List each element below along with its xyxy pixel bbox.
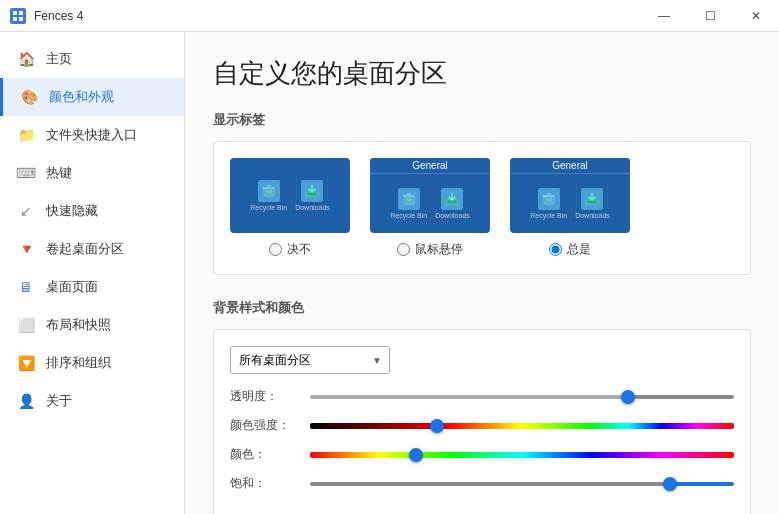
mini-icon-recycle-hover: Recycle Bin	[390, 188, 427, 219]
sidebar-label-roll-up: 卷起桌面分区	[46, 240, 124, 258]
card-option-never: Recycle Bin Downloads 决不	[230, 158, 350, 258]
sort-icon: 🔽	[16, 353, 36, 373]
desktop-icon: 🖥	[16, 277, 36, 297]
maximize-button[interactable]: ☐	[687, 0, 733, 32]
mini-icon-recycle-always: Recycle Bin	[530, 188, 567, 219]
saturation-track[interactable]	[310, 482, 734, 486]
saturation-slider-row: 饱和：	[230, 475, 734, 492]
sidebar-item-desktop-pages[interactable]: 🖥 桌面页面	[0, 268, 184, 306]
about-icon: 👤	[16, 391, 36, 411]
sidebar-label-appearance: 颜色和外观	[49, 88, 114, 106]
radio-never-label[interactable]: 决不	[269, 241, 311, 258]
color-label: 颜色：	[230, 446, 310, 463]
card-preview-always: General Recycle Bin	[510, 158, 630, 233]
card-icons-hover: Recycle Bin Downloads	[370, 174, 490, 233]
radio-always[interactable]	[549, 243, 562, 256]
card-icons-always: Recycle Bin Downloads	[510, 174, 630, 233]
transparency-track[interactable]	[310, 395, 734, 399]
display-label-section-heading: 显示标签	[213, 111, 751, 129]
fence-select[interactable]: 所有桌面分区 桌面1 桌面2	[230, 346, 390, 374]
hide-icon: ↙	[16, 201, 36, 221]
sidebar-label-quick-hide: 快速隐藏	[46, 202, 98, 220]
layout-icon: ⬜	[16, 315, 36, 335]
sidebar: 🏠 主页 🎨 颜色和外观 📁 文件夹快捷入口 ⌨ 热键 ↙ 快速隐藏 🔻 卷起桌…	[0, 32, 185, 514]
titlebar: Fences 4 — ☐ ✕	[0, 0, 779, 32]
card-preview-hover: General Recycle Bin	[370, 158, 490, 233]
saturation-label: 饱和：	[230, 475, 310, 492]
card-preview-never: Recycle Bin Downloads	[230, 158, 350, 233]
page-title: 自定义您的桌面分区	[213, 56, 751, 91]
transparency-thumb[interactable]	[621, 390, 635, 404]
bg-section-container: 所有桌面分区 桌面1 桌面2 ▼ 透明度： 颜色强	[213, 329, 751, 514]
radio-hover-label[interactable]: 鼠标悬停	[397, 241, 463, 258]
mini-icon-downloads-hover: Downloads	[435, 188, 470, 219]
radio-never-text: 决不	[287, 241, 311, 258]
downloads-label-always: Downloads	[575, 212, 610, 219]
downloads-label-hover: Downloads	[435, 212, 470, 219]
color-intensity-track[interactable]	[310, 423, 734, 429]
keyboard-icon: ⌨	[16, 163, 36, 183]
recycle-bin-icon-hover	[398, 188, 420, 210]
card-label-bar-always: General	[510, 158, 630, 174]
radio-never[interactable]	[269, 243, 282, 256]
radio-hover[interactable]	[397, 243, 410, 256]
color-thumb[interactable]	[409, 448, 423, 462]
close-button[interactable]: ✕	[733, 0, 779, 32]
sidebar-item-appearance[interactable]: 🎨 颜色和外观	[0, 78, 184, 116]
sidebar-label-sort: 排序和组织	[46, 354, 111, 372]
sidebar-label-hotkeys: 热键	[46, 164, 72, 182]
sidebar-item-folder-shortcut[interactable]: 📁 文件夹快捷入口	[0, 116, 184, 154]
transparency-slider-row: 透明度：	[230, 388, 734, 405]
app-title: Fences 4	[34, 9, 83, 23]
sidebar-label-desktop: 桌面页面	[46, 278, 98, 296]
sidebar-item-layout[interactable]: ⬜ 布局和快照	[0, 306, 184, 344]
recycle-bin-icon-always	[538, 188, 560, 210]
card-option-hover: General Recycle Bin	[370, 158, 490, 258]
sidebar-item-home[interactable]: 🏠 主页	[0, 40, 184, 78]
home-icon: 🏠	[16, 49, 36, 69]
downloads-icon-never	[301, 180, 323, 202]
mini-icon-recycle-never: Recycle Bin	[250, 180, 287, 211]
mini-icon-downloads-always: Downloads	[575, 188, 610, 219]
bg-section-heading: 背景样式和颜色	[213, 299, 751, 317]
color-intensity-slider-row: 颜色强度：	[230, 417, 734, 434]
svg-rect-1	[19, 11, 23, 15]
roll-icon: 🔻	[16, 239, 36, 259]
svg-rect-2	[13, 17, 17, 21]
mini-icon-downloads-never: Downloads	[295, 180, 330, 211]
downloads-icon-always	[581, 188, 603, 210]
sidebar-label-home: 主页	[46, 50, 72, 68]
sidebar-item-quick-hide[interactable]: ↙ 快速隐藏	[0, 192, 184, 230]
label-options-container: Recycle Bin Downloads 决不	[213, 141, 751, 275]
card-option-always: General Recycle Bin	[510, 158, 630, 258]
radio-always-text: 总是	[567, 241, 591, 258]
palette-icon: 🎨	[19, 87, 39, 107]
sidebar-item-sort[interactable]: 🔽 排序和组织	[0, 344, 184, 382]
saturation-thumb[interactable]	[663, 477, 677, 491]
sidebar-label-layout: 布局和快照	[46, 316, 111, 334]
color-slider-row: 颜色：	[230, 446, 734, 463]
minimize-button[interactable]: —	[641, 0, 687, 32]
color-intensity-label: 颜色强度：	[230, 417, 310, 434]
card-label-bar-hover: General	[370, 158, 490, 174]
recycle-label-never: Recycle Bin	[250, 204, 287, 211]
sidebar-item-hotkeys[interactable]: ⌨ 热键	[0, 154, 184, 192]
content-area: 自定义您的桌面分区 显示标签 Recycle Bin	[185, 32, 779, 514]
titlebar-left: Fences 4	[10, 8, 83, 24]
content-inner: 自定义您的桌面分区 显示标签 Recycle Bin	[185, 32, 779, 514]
radio-always-label[interactable]: 总是	[549, 241, 591, 258]
recycle-label-always: Recycle Bin	[530, 212, 567, 219]
sidebar-label-about: 关于	[46, 392, 72, 410]
svg-rect-3	[19, 17, 23, 21]
color-track[interactable]	[310, 452, 734, 458]
folder-icon: 📁	[16, 125, 36, 145]
card-icons-never: Recycle Bin Downloads	[230, 158, 350, 233]
sidebar-item-about[interactable]: 👤 关于	[0, 382, 184, 420]
app-icon	[10, 8, 26, 24]
radio-hover-text: 鼠标悬停	[415, 241, 463, 258]
dropdown-row: 所有桌面分区 桌面1 桌面2 ▼	[230, 346, 734, 374]
color-intensity-thumb[interactable]	[430, 419, 444, 433]
recycle-label-hover: Recycle Bin	[390, 212, 427, 219]
sidebar-item-roll-up[interactable]: 🔻 卷起桌面分区	[0, 230, 184, 268]
svg-rect-0	[13, 11, 17, 15]
